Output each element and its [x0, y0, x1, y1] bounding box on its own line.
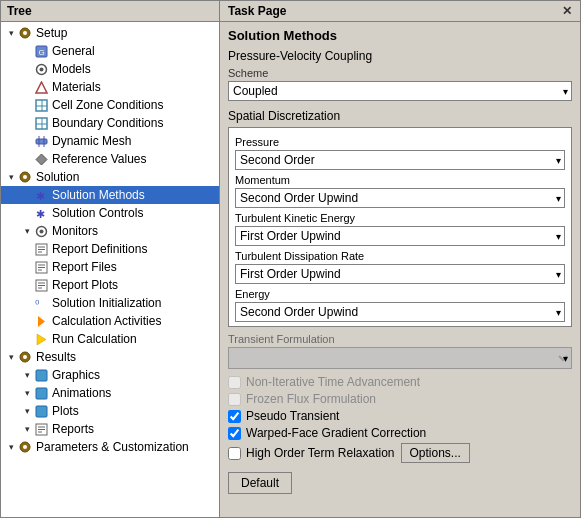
svg-point-22	[39, 229, 43, 233]
checkbox-label-warped-face: Warped-Face Gradient Correction	[246, 426, 426, 440]
tree-icon-solinit: ⁰	[33, 295, 49, 311]
svg-point-1	[23, 31, 27, 35]
tree-item-reportfiles[interactable]: Report Files	[1, 258, 219, 276]
tree-icon-solcontrols: ✱	[33, 205, 49, 221]
task-page-title: Task Page	[228, 4, 286, 18]
tree-icon-reportfiles	[33, 259, 49, 275]
tree-icon-plots	[33, 403, 49, 419]
tree-item-setup[interactable]: ▾Setup	[1, 24, 219, 42]
checkbox-label-frozen-flux: Frozen Flux Formulation	[246, 392, 376, 406]
tree-icon-refval	[33, 151, 49, 167]
svg-rect-41	[36, 388, 47, 399]
task-panel: Task Page ✕ Solution Methods Pressure-Ve…	[220, 0, 581, 518]
tree-label-solinit: Solution Initialization	[52, 296, 161, 310]
tree-item-solmethods[interactable]: ✱Solution Methods	[1, 186, 219, 204]
pressure-velocity-label: Pressure-Velocity Coupling	[228, 49, 572, 63]
spatial-dropdown-wrapper-3: First Order UpwindSecond Order Upwind	[235, 264, 565, 284]
tree-item-results[interactable]: ▾Results	[1, 348, 219, 366]
spatial-dropdown-3[interactable]: First Order UpwindSecond Order Upwind	[235, 264, 565, 284]
tree-icon-calcact	[33, 313, 49, 329]
checkbox-row-non-iterative: Non-Iterative Time Advancement	[228, 375, 572, 389]
tree-label-dynmesh: Dynamic Mesh	[52, 134, 131, 148]
tree-item-cellzone[interactable]: Cell Zone Conditions	[1, 96, 219, 114]
svg-point-48	[23, 445, 27, 449]
tree-label-params: Parameters & Customization	[36, 440, 189, 454]
checkbox-non-iterative	[228, 376, 241, 389]
tree-indent	[1, 260, 21, 274]
tree-indent	[1, 116, 21, 130]
tree-label-solcontrols: Solution Controls	[52, 206, 143, 220]
tree-icon-boundary	[33, 115, 49, 131]
close-button[interactable]: ✕	[562, 4, 572, 18]
tree-icon-dynmesh	[33, 133, 49, 149]
tree-icon-reportplots	[33, 277, 49, 293]
task-page-header: Task Page ✕	[220, 1, 580, 22]
tree-label-materials: Materials	[52, 80, 101, 94]
tree-item-reportdef[interactable]: Report Definitions	[1, 240, 219, 258]
tree-arrow-setup: ▾	[5, 28, 17, 38]
tree-indent	[1, 134, 21, 148]
tree-item-reportplots[interactable]: Report Plots	[1, 276, 219, 294]
tree-indent	[1, 404, 21, 418]
tree-label-graphics: Graphics	[52, 368, 100, 382]
svg-point-18	[23, 175, 27, 179]
checkbox-pseudo-transient[interactable]	[228, 410, 241, 423]
tree-item-refval[interactable]: Reference Values	[1, 150, 219, 168]
tree-item-solcontrols[interactable]: ✱Solution Controls	[1, 204, 219, 222]
tree-item-solution[interactable]: ▾Solution	[1, 168, 219, 186]
tree-label-monitors: Monitors	[52, 224, 98, 238]
tree-item-params[interactable]: ▾Parameters & Customization	[1, 438, 219, 456]
tree-item-animations[interactable]: ▾Animations	[1, 384, 219, 402]
tree-item-materials[interactable]: Materials	[1, 78, 219, 96]
spatial-label-4: Energy	[235, 288, 565, 300]
tree-label-runcalc: Run Calculation	[52, 332, 137, 346]
tree-arrow-results: ▾	[5, 352, 17, 362]
tree-label-reportplots: Report Plots	[52, 278, 118, 292]
tree-item-models[interactable]: Models	[1, 60, 219, 78]
spatial-dropdown-wrapper-4: First Order UpwindSecond Order Upwind	[235, 302, 565, 322]
tree-item-monitors[interactable]: ▾Monitors	[1, 222, 219, 240]
svg-marker-16	[36, 154, 47, 165]
spatial-label-2: Turbulent Kinetic Energy	[235, 212, 565, 224]
tree-item-plots[interactable]: ▾Plots	[1, 402, 219, 420]
checkbox-warped-face[interactable]	[228, 427, 241, 440]
spatial-dropdown-1[interactable]: First Order UpwindSecond Order Upwind	[235, 188, 565, 208]
tree-item-calcact[interactable]: Calculation Activities	[1, 312, 219, 330]
svg-rect-42	[36, 406, 47, 417]
checkbox-label-pseudo-transient: Pseudo Transient	[246, 409, 339, 423]
tree-label-solmethods: Solution Methods	[52, 188, 145, 202]
options-button[interactable]: Options...	[401, 443, 470, 463]
spatial-dropdown-4[interactable]: First Order UpwindSecond Order Upwind	[235, 302, 565, 322]
spatial-dropdown-2[interactable]: First Order UpwindSecond Order Upwind	[235, 226, 565, 246]
tree-item-dynmesh[interactable]: Dynamic Mesh	[1, 132, 219, 150]
tree-item-solinit[interactable]: ⁰Solution Initialization	[1, 294, 219, 312]
tree-indent	[1, 188, 21, 202]
tree-label-setup: Setup	[36, 26, 67, 40]
tree-indent	[1, 62, 21, 76]
tree-indent	[1, 98, 21, 112]
checkbox-label-non-iterative: Non-Iterative Time Advancement	[246, 375, 420, 389]
spatial-label-0: Pressure	[235, 136, 565, 148]
tree-item-graphics[interactable]: ▾Graphics	[1, 366, 219, 384]
tree-indent	[1, 80, 21, 94]
default-button[interactable]: Default	[228, 472, 292, 494]
tree-item-runcalc[interactable]: Run Calculation	[1, 330, 219, 348]
tree-icon-general: G	[33, 43, 49, 59]
tree-item-general[interactable]: GGeneral	[1, 42, 219, 60]
svg-rect-13	[36, 139, 47, 144]
spatial-dropdown-0[interactable]: First Order UpwindSecond OrderPRESTO!	[235, 150, 565, 170]
transient-section: Transient Formulation	[228, 333, 572, 369]
tree-item-reports[interactable]: ▾Reports	[1, 420, 219, 438]
tree-icon-monitors	[33, 223, 49, 239]
checkbox-high-order[interactable]	[228, 447, 241, 460]
spatial-label-1: Momentum	[235, 174, 565, 186]
scheme-dropdown[interactable]: CoupledSIMPLESIMPLECPISO	[228, 81, 572, 101]
tree-arrow-reports: ▾	[21, 424, 33, 434]
tree-arrow-animations: ▾	[21, 388, 33, 398]
checkbox-row-high-order: High Order Term RelaxationOptions...	[228, 443, 572, 463]
tree-label-reportdef: Report Definitions	[52, 242, 147, 256]
tree-item-boundary[interactable]: Boundary Conditions	[1, 114, 219, 132]
tree-label-boundary: Boundary Conditions	[52, 116, 163, 130]
checkbox-row-frozen-flux: Frozen Flux Formulation	[228, 392, 572, 406]
task-body: Solution Methods Pressure-Velocity Coupl…	[220, 22, 580, 517]
